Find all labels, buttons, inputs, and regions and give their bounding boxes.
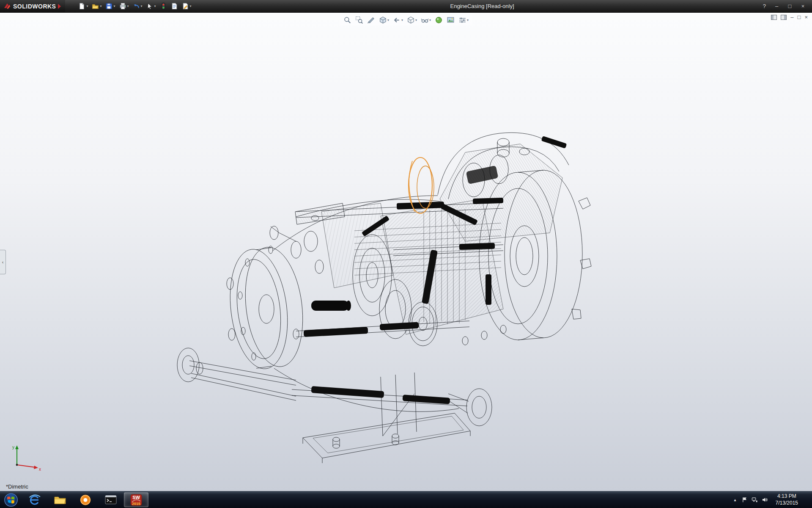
undo-dropdown-arrow[interactable]: ▾: [141, 5, 143, 8]
zoom-to-fit-icon: [343, 16, 351, 24]
internet-explorer-icon: [28, 494, 41, 506]
new-document-icon: [78, 3, 85, 10]
window-title: EngineCasing [Read-only]: [450, 0, 514, 13]
graphics-viewport[interactable]: ▾ ▾ ▾ ▾: [0, 13, 812, 491]
engine-casing-model[interactable]: [0, 13, 812, 491]
folder-icon: [54, 494, 66, 506]
hide-show-items-button[interactable]: ▾: [420, 16, 431, 25]
network-icon[interactable]: [752, 497, 758, 503]
wireframe-geometry[interactable]: [177, 133, 591, 463]
help-button[interactable]: ?: [760, 3, 769, 9]
file-properties-icon: [171, 3, 178, 10]
previous-view-dropdown-arrow[interactable]: ▾: [401, 19, 403, 22]
zoom-to-fit-button[interactable]: [343, 16, 352, 25]
new-document-button[interactable]: ▾: [77, 2, 89, 11]
options-icon: [182, 3, 189, 10]
taskbar-clock[interactable]: 4:13 PM 7/13/2015: [772, 493, 802, 506]
select-dropdown-arrow[interactable]: ▾: [154, 5, 156, 8]
media-player-icon: [79, 494, 92, 506]
restore-button[interactable]: □: [784, 2, 796, 11]
select-button[interactable]: ▾: [145, 2, 157, 11]
print-button[interactable]: ▾: [118, 2, 130, 11]
apply-scene-icon: [447, 16, 455, 24]
section-view-icon: [367, 16, 375, 24]
appearance-ball-icon: [435, 16, 443, 24]
options-dropdown-arrow[interactable]: ▾: [190, 5, 192, 8]
view-orientation-label: *Dimetric: [6, 483, 28, 490]
save-button[interactable]: ▾: [104, 2, 116, 11]
view-settings-button[interactable]: ▾: [458, 16, 469, 25]
clock-date: 7/13/2015: [776, 500, 798, 507]
solidworks-version-badge: 2015: [132, 502, 140, 506]
view-settings-icon: [458, 16, 466, 24]
taskbar-command-prompt-button[interactable]: [99, 492, 123, 507]
app-logo: SOLIDWORKS: [0, 0, 65, 12]
open-button[interactable]: ▾: [91, 2, 103, 11]
taskbar-windows-explorer-button[interactable]: [48, 492, 72, 507]
triad-y-label: y: [12, 445, 14, 450]
view-orientation-button[interactable]: ▾: [379, 16, 390, 25]
hidden-icons-button[interactable]: ▴: [733, 497, 738, 502]
display-style-cube-icon: [407, 16, 415, 24]
start-button[interactable]: [0, 491, 22, 508]
solidworks-icon-text: SW: [132, 495, 140, 500]
doc-minimize-button[interactable]: –: [790, 14, 793, 20]
rebuild-button[interactable]: [159, 2, 168, 11]
previous-view-button[interactable]: ▾: [392, 16, 403, 25]
select-cursor-icon: [146, 3, 154, 10]
open-dropdown-arrow[interactable]: ▾: [100, 5, 102, 8]
collapse-arrow-icon: ‹: [2, 260, 4, 265]
save-floppy-icon: [105, 3, 112, 10]
undo-button[interactable]: ▾: [132, 2, 144, 11]
hide-show-dropdown-arrow[interactable]: ▾: [429, 19, 431, 22]
close-button[interactable]: ×: [797, 2, 809, 11]
new-dropdown-arrow[interactable]: ▾: [86, 5, 88, 8]
pane-right-icon[interactable]: [781, 15, 787, 20]
titlebar: SOLIDWORKS ▾ ▾ ▾: [0, 0, 812, 13]
action-center-flag-icon[interactable]: [741, 497, 748, 503]
clock-time: 4:13 PM: [776, 493, 798, 500]
previous-view-icon: [393, 16, 401, 24]
volume-icon[interactable]: [762, 497, 768, 503]
minimize-button[interactable]: –: [771, 2, 782, 11]
doc-restore-button[interactable]: □: [798, 14, 801, 20]
window-controls: ? – □ ×: [760, 2, 812, 11]
print-icon: [119, 3, 126, 10]
open-folder-icon: [92, 3, 99, 10]
taskbar-internet-explorer-button[interactable]: [22, 492, 47, 507]
view-orientation-dropdown-arrow[interactable]: ▾: [387, 19, 389, 22]
triad-x-label: x: [39, 467, 41, 472]
view-settings-dropdown-arrow[interactable]: ▾: [467, 19, 469, 22]
highlighted-edge[interactable]: [409, 157, 434, 213]
rebuild-traffic-light-icon: [160, 3, 167, 10]
display-style-dropdown-arrow[interactable]: ▾: [415, 19, 417, 22]
hide-show-glasses-icon: [421, 16, 429, 24]
app-logo-text: SOLIDWORKS: [13, 3, 56, 10]
reference-triad[interactable]: y x: [9, 442, 45, 472]
featuremanager-collapsed-tab[interactable]: ‹: [0, 250, 6, 274]
document-window-controls: – □ ×: [771, 14, 808, 20]
taskbar-media-player-button[interactable]: [73, 492, 98, 507]
zoom-to-area-icon: [355, 16, 363, 24]
display-style-button[interactable]: ▾: [406, 16, 417, 25]
undo-icon: [133, 3, 140, 10]
file-properties-button[interactable]: [170, 2, 179, 11]
taskbar-solidworks-button[interactable]: SW 2015: [124, 492, 148, 507]
print-dropdown-arrow[interactable]: ▾: [127, 5, 129, 8]
taskbar: SW 2015 ▴ 4:13 PM 7/13/2015: [0, 491, 812, 508]
save-dropdown-arrow[interactable]: ▾: [113, 5, 115, 8]
doc-close-button[interactable]: ×: [804, 14, 808, 20]
windows-start-orb-icon: [4, 493, 18, 507]
command-prompt-icon: [104, 494, 117, 506]
system-tray: ▴ 4:13 PM 7/13/2015: [733, 491, 812, 508]
zoom-to-area-button[interactable]: [355, 16, 364, 25]
section-view-button[interactable]: [367, 16, 376, 25]
edit-appearance-button[interactable]: [434, 16, 443, 25]
view-orientation-cube-icon: [379, 16, 387, 24]
main-toolbar: ▾ ▾ ▾ ▾: [77, 2, 192, 11]
solidworks-logo-icon: [3, 3, 11, 10]
options-button[interactable]: ▾: [181, 2, 193, 11]
pane-left-icon[interactable]: [771, 15, 777, 20]
apply-scene-button[interactable]: [446, 16, 455, 25]
logo-chevron-icon: [58, 4, 61, 9]
